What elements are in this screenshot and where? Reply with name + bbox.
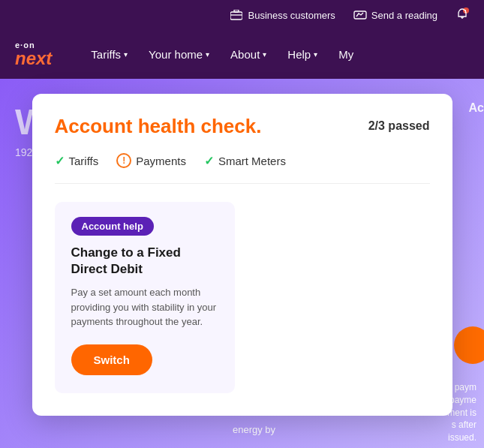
main-content: Wo 192 G Ac energy by t paym payme ment … [0, 79, 484, 448]
nav-items: Tariffs ▾ Your home ▾ About ▾ Help ▾ My [82, 42, 469, 67]
notification-bell[interactable]: 1 [455, 8, 469, 23]
modal-checks: ✓ Tariffs ! Payments ✓ Smart Meters [55, 153, 430, 184]
smart-meters-check-icon: ✓ [204, 154, 214, 168]
help-chevron-icon: ▾ [314, 50, 317, 59]
business-customers-link[interactable]: Business customers [230, 8, 335, 22]
help-label: Help [287, 48, 311, 61]
modal-overlay: Account health check. 2/3 passed ✓ Tarif… [0, 79, 484, 448]
svg-rect-1 [230, 12, 242, 20]
card-title: Change to a Fixed Direct Debit [71, 245, 218, 278]
nav-bar: e·on next Tariffs ▾ Your home ▾ About ▾ … [0, 30, 484, 79]
card-badge: Account help [71, 217, 154, 236]
modal-passed-count: 2/3 passed [368, 115, 430, 133]
check-payments: ! Payments [116, 153, 186, 168]
nav-your-home[interactable]: Your home ▾ [140, 42, 218, 67]
top-bar: Business customers Send a reading 1 [0, 0, 484, 30]
your-home-chevron-icon: ▾ [206, 50, 209, 59]
tariffs-check-label: Tariffs [69, 155, 99, 167]
account-health-modal: Account health check. 2/3 passed ✓ Tarif… [32, 94, 452, 416]
modal-header: Account health check. 2/3 passed [55, 115, 430, 138]
payments-warning-icon: ! [116, 153, 131, 168]
eon-next-logo[interactable]: e·on next [15, 41, 52, 68]
tariffs-label: Tariffs [91, 48, 121, 61]
your-home-label: Your home [149, 48, 203, 61]
meter-icon [353, 8, 367, 22]
about-chevron-icon: ▾ [263, 50, 266, 59]
business-customers-label: Business customers [248, 10, 335, 21]
switch-button[interactable]: Switch [71, 344, 152, 375]
bell-icon: 1 [455, 8, 469, 23]
tariffs-chevron-icon: ▾ [124, 50, 128, 59]
briefcase-icon [230, 8, 243, 22]
payments-check-label: Payments [136, 155, 186, 167]
smart-meters-check-label: Smart Meters [218, 155, 286, 167]
send-reading-label: Send a reading [371, 10, 437, 21]
about-label: About [230, 48, 260, 61]
check-tariffs: ✓ Tariffs [55, 154, 99, 168]
logo-next-text: next [15, 50, 52, 68]
nav-about[interactable]: About ▾ [221, 42, 275, 67]
tariffs-check-icon: ✓ [55, 154, 65, 168]
send-reading-link[interactable]: Send a reading [353, 8, 437, 22]
check-smart-meters: ✓ Smart Meters [204, 154, 286, 168]
card-description: Pay a set amount each month providing yo… [71, 285, 218, 329]
my-label: My [338, 48, 353, 61]
modal-title: Account health check. [55, 115, 262, 138]
nav-help[interactable]: Help ▾ [278, 42, 326, 67]
nav-my[interactable]: My [329, 42, 362, 67]
nav-tariffs[interactable]: Tariffs ▾ [82, 42, 137, 67]
account-help-card: Account help Change to a Fixed Direct De… [55, 202, 235, 393]
